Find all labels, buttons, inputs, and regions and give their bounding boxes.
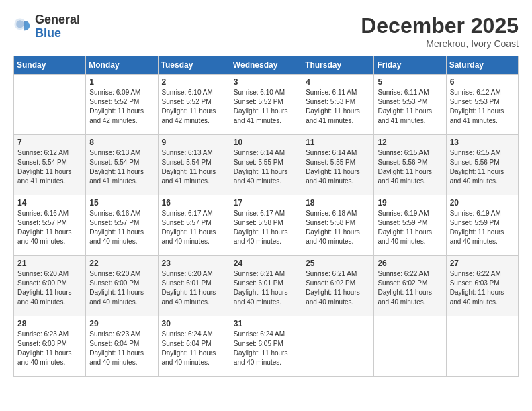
day-number: 7 <box>17 138 82 147</box>
day-info: Sunrise: 6:18 AMSunset: 5:58 PMDaylight:… <box>306 209 370 246</box>
calendar-cell: 13Sunrise: 6:15 AMSunset: 5:56 PMDayligh… <box>446 135 518 195</box>
calendar-cell: 28Sunrise: 6:23 AMSunset: 6:03 PMDayligh… <box>14 316 86 377</box>
calendar-cell: 4Sunrise: 6:11 AMSunset: 5:53 PMDaylight… <box>302 75 374 135</box>
calendar-cell <box>446 316 518 377</box>
general-blue-icon <box>13 17 32 36</box>
day-info: Sunrise: 6:11 AMSunset: 5:53 PMDaylight:… <box>306 88 370 126</box>
month-title: December 2025 <box>361 13 519 38</box>
calendar-cell: 11Sunrise: 6:14 AMSunset: 5:55 PMDayligh… <box>302 135 374 195</box>
calendar-header-saturday: Saturday <box>446 56 518 75</box>
logo-general: General <box>35 13 80 27</box>
day-info: Sunrise: 6:09 AMSunset: 5:52 PMDaylight:… <box>89 88 154 126</box>
day-info: Sunrise: 6:17 AMSunset: 5:57 PMDaylight:… <box>162 209 226 246</box>
day-info: Sunrise: 6:20 AMSunset: 6:00 PMDaylight:… <box>17 269 82 307</box>
day-info: Sunrise: 6:20 AMSunset: 6:00 PMDaylight:… <box>89 269 154 307</box>
day-info: Sunrise: 6:14 AMSunset: 5:55 PMDaylight:… <box>306 148 370 186</box>
calendar-cell <box>14 75 86 135</box>
day-info: Sunrise: 6:14 AMSunset: 5:55 PMDaylight:… <box>234 148 298 186</box>
calendar-cell: 21Sunrise: 6:20 AMSunset: 6:00 PMDayligh… <box>14 256 86 316</box>
calendar-cell: 1Sunrise: 6:09 AMSunset: 5:52 PMDaylight… <box>86 75 158 135</box>
calendar-cell: 7Sunrise: 6:12 AMSunset: 5:54 PMDaylight… <box>14 135 86 195</box>
day-number: 27 <box>450 259 515 268</box>
calendar-week-5: 28Sunrise: 6:23 AMSunset: 6:03 PMDayligh… <box>14 316 519 377</box>
calendar-week-3: 14Sunrise: 6:16 AMSunset: 5:57 PMDayligh… <box>14 195 519 256</box>
day-info: Sunrise: 6:15 AMSunset: 5:56 PMDaylight:… <box>378 148 442 186</box>
calendar-header-tuesday: Tuesday <box>158 56 230 75</box>
day-number: 16 <box>162 198 226 208</box>
day-number: 21 <box>17 259 82 268</box>
calendar-cell: 25Sunrise: 6:21 AMSunset: 6:02 PMDayligh… <box>302 256 374 316</box>
day-number: 26 <box>378 259 442 268</box>
calendar-header-sunday: Sunday <box>14 56 86 75</box>
calendar-cell: 8Sunrise: 6:13 AMSunset: 5:54 PMDaylight… <box>86 135 158 195</box>
calendar-cell: 14Sunrise: 6:16 AMSunset: 5:57 PMDayligh… <box>14 195 86 256</box>
day-info: Sunrise: 6:17 AMSunset: 5:58 PMDaylight:… <box>234 209 298 246</box>
day-number: 13 <box>450 138 515 147</box>
day-info: Sunrise: 6:13 AMSunset: 5:54 PMDaylight:… <box>89 148 154 186</box>
calendar-cell: 22Sunrise: 6:20 AMSunset: 6:00 PMDayligh… <box>86 256 158 316</box>
day-info: Sunrise: 6:24 AMSunset: 6:04 PMDaylight:… <box>162 330 226 367</box>
day-number: 2 <box>162 77 226 87</box>
day-number: 9 <box>162 138 226 147</box>
day-info: Sunrise: 6:10 AMSunset: 5:52 PMDaylight:… <box>162 88 226 126</box>
calendar-cell <box>302 316 374 377</box>
day-info: Sunrise: 6:19 AMSunset: 5:59 PMDaylight:… <box>450 209 515 246</box>
calendar-cell: 17Sunrise: 6:17 AMSunset: 5:58 PMDayligh… <box>230 195 302 256</box>
day-number: 17 <box>234 198 298 208</box>
day-number: 15 <box>89 198 154 208</box>
calendar-cell: 29Sunrise: 6:23 AMSunset: 6:04 PMDayligh… <box>86 316 158 377</box>
calendar-header-row: SundayMondayTuesdayWednesdayThursdayFrid… <box>14 56 519 75</box>
calendar-week-4: 21Sunrise: 6:20 AMSunset: 6:00 PMDayligh… <box>14 256 519 316</box>
day-info: Sunrise: 6:23 AMSunset: 6:03 PMDaylight:… <box>17 330 82 367</box>
day-info: Sunrise: 6:19 AMSunset: 5:59 PMDaylight:… <box>378 209 442 246</box>
day-info: Sunrise: 6:22 AMSunset: 6:03 PMDaylight:… <box>450 269 515 307</box>
logo: General Blue <box>13 13 80 40</box>
day-info: Sunrise: 6:16 AMSunset: 5:57 PMDaylight:… <box>89 209 154 246</box>
title-block: December 2025 Merekrou, Ivory Coast <box>361 13 519 49</box>
location: Merekrou, Ivory Coast <box>361 38 519 49</box>
day-number: 22 <box>89 259 154 268</box>
day-number: 4 <box>306 77 370 87</box>
calendar-cell: 26Sunrise: 6:22 AMSunset: 6:02 PMDayligh… <box>374 256 446 316</box>
day-info: Sunrise: 6:10 AMSunset: 5:52 PMDaylight:… <box>234 88 298 126</box>
calendar-week-1: 1Sunrise: 6:09 AMSunset: 5:52 PMDaylight… <box>14 75 519 135</box>
day-number: 18 <box>306 198 370 208</box>
day-number: 19 <box>378 198 442 208</box>
day-number: 25 <box>306 259 370 268</box>
svg-point-1 <box>16 20 24 28</box>
day-number: 8 <box>89 138 154 147</box>
day-info: Sunrise: 6:24 AMSunset: 6:05 PMDaylight:… <box>234 330 298 367</box>
calendar-cell: 27Sunrise: 6:22 AMSunset: 6:03 PMDayligh… <box>446 256 518 316</box>
day-info: Sunrise: 6:23 AMSunset: 6:04 PMDaylight:… <box>89 330 154 367</box>
calendar-week-2: 7Sunrise: 6:12 AMSunset: 5:54 PMDaylight… <box>14 135 519 195</box>
calendar-cell: 18Sunrise: 6:18 AMSunset: 5:58 PMDayligh… <box>302 195 374 256</box>
logo-blue: Blue <box>35 27 80 40</box>
calendar-header-monday: Monday <box>86 56 158 75</box>
calendar-cell: 16Sunrise: 6:17 AMSunset: 5:57 PMDayligh… <box>158 195 230 256</box>
day-info: Sunrise: 6:16 AMSunset: 5:57 PMDaylight:… <box>17 209 82 246</box>
day-number: 28 <box>17 319 82 328</box>
day-number: 5 <box>378 77 442 87</box>
calendar-header-friday: Friday <box>374 56 446 75</box>
day-number: 20 <box>450 198 515 208</box>
day-number: 31 <box>234 319 298 328</box>
day-info: Sunrise: 6:11 AMSunset: 5:53 PMDaylight:… <box>378 88 442 126</box>
day-info: Sunrise: 6:13 AMSunset: 5:54 PMDaylight:… <box>162 148 226 186</box>
day-number: 30 <box>162 319 226 328</box>
day-number: 10 <box>234 138 298 147</box>
calendar-table: SundayMondayTuesdayWednesdayThursdayFrid… <box>13 56 519 377</box>
day-number: 6 <box>450 77 515 87</box>
day-number: 23 <box>162 259 226 268</box>
day-info: Sunrise: 6:22 AMSunset: 6:02 PMDaylight:… <box>378 269 442 307</box>
calendar-cell: 15Sunrise: 6:16 AMSunset: 5:57 PMDayligh… <box>86 195 158 256</box>
day-number: 3 <box>234 77 298 87</box>
day-number: 11 <box>306 138 370 147</box>
calendar-cell: 24Sunrise: 6:21 AMSunset: 6:01 PMDayligh… <box>230 256 302 316</box>
calendar-cell: 19Sunrise: 6:19 AMSunset: 5:59 PMDayligh… <box>374 195 446 256</box>
day-info: Sunrise: 6:21 AMSunset: 6:01 PMDaylight:… <box>234 269 298 307</box>
calendar-cell: 6Sunrise: 6:12 AMSunset: 5:53 PMDaylight… <box>446 75 518 135</box>
calendar-cell: 12Sunrise: 6:15 AMSunset: 5:56 PMDayligh… <box>374 135 446 195</box>
calendar-cell: 30Sunrise: 6:24 AMSunset: 6:04 PMDayligh… <box>158 316 230 377</box>
calendar-header-wednesday: Wednesday <box>230 56 302 75</box>
calendar-cell: 31Sunrise: 6:24 AMSunset: 6:05 PMDayligh… <box>230 316 302 377</box>
